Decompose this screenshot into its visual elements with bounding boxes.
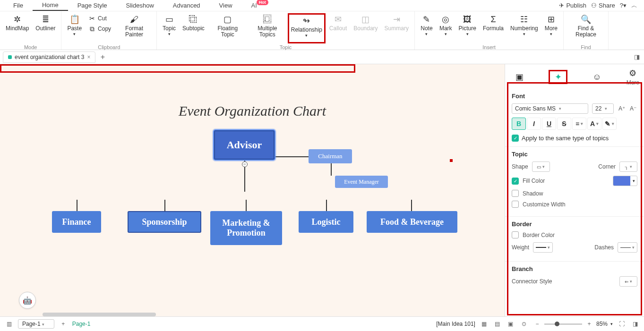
node-food-beverage[interactable]: Food & Beverage xyxy=(367,211,457,233)
outline-view-icon[interactable]: ▥ xyxy=(5,320,13,328)
ai-hot-badge: Hot xyxy=(257,0,268,5)
share-button[interactable]: ⚇Share xyxy=(591,2,615,9)
layout-panel-icon[interactable]: ◨ xyxy=(631,320,639,328)
connector-style-select[interactable]: ⇐ xyxy=(619,276,637,287)
menu-page-style[interactable]: Page Style xyxy=(68,0,117,10)
find-replace-button[interactable]: 🔍Find & Replace xyxy=(567,13,605,43)
menu-ai[interactable]: AIHot xyxy=(242,0,266,10)
fit-icon[interactable]: ⊙ xyxy=(520,320,528,328)
corner-select[interactable]: ┐ xyxy=(619,161,637,172)
numbering-button[interactable]: ☷Numbering▾ xyxy=(507,13,541,43)
relationship-button[interactable]: ↬Relationship▾ xyxy=(288,13,326,43)
outliner-button[interactable]: ≣Outliner xyxy=(33,13,58,43)
multiple-topics-button[interactable]: ⿴Multiple Topics xyxy=(248,13,287,43)
panel-tab-layout[interactable]: ▣ xyxy=(510,70,529,84)
menu-advanced[interactable]: Advanced xyxy=(163,0,210,10)
node-advisor[interactable]: Advisor xyxy=(214,130,275,160)
node-marketing[interactable]: Marketing & Promotion xyxy=(210,211,282,245)
more-link[interactable]: More xyxy=(627,79,639,86)
formula-button[interactable]: ΣFormula xyxy=(480,13,507,43)
apply-same-type-checkbox[interactable]: ✓ xyxy=(512,135,519,142)
menu-slideshow[interactable]: Slideshow xyxy=(117,0,163,10)
publish-button[interactable]: ✈Publish xyxy=(559,2,586,9)
collapse-ribbon[interactable]: ︿ xyxy=(631,1,637,10)
view-mode-1-icon[interactable]: ▦ xyxy=(480,320,489,328)
font-increase-button[interactable]: A⁺ xyxy=(618,104,626,113)
format-painter-button[interactable]: 🖌Format Painter xyxy=(115,13,154,43)
copy-button[interactable]: ⧉Copy xyxy=(86,24,114,34)
current-page-name[interactable]: Page-1 xyxy=(72,321,91,327)
close-tab-icon[interactable]: × xyxy=(87,54,90,60)
weight-select[interactable] xyxy=(533,242,553,253)
floating-topic-button[interactable]: ▢Floating Topic xyxy=(208,13,247,43)
horizontal-scrollbar[interactable] xyxy=(43,313,156,316)
node-sponsorship[interactable]: Sponsorship xyxy=(128,211,201,233)
menu-view[interactable]: View xyxy=(210,0,242,10)
boundary-icon: ◫ xyxy=(361,14,371,25)
zoom-out-button[interactable]: − xyxy=(533,320,541,328)
italic-button[interactable]: I xyxy=(527,118,541,130)
font-decrease-button[interactable]: A⁻ xyxy=(629,104,637,113)
callout-button[interactable]: ✉Callout xyxy=(326,13,350,43)
dashes-select[interactable] xyxy=(618,242,637,253)
emoji-icon: ☺ xyxy=(592,72,601,82)
node-finance[interactable]: Finance xyxy=(52,211,101,233)
font-family-select[interactable]: Comic Sans MS xyxy=(512,103,588,114)
add-page-button[interactable]: + xyxy=(59,320,68,328)
document-tab[interactable]: event organizational chart 3 × xyxy=(3,51,95,63)
page-select[interactable]: Page-1 xyxy=(18,319,54,329)
border-section: Border Border Color Weight Dashes xyxy=(505,217,644,262)
underline-button[interactable]: U xyxy=(542,118,556,130)
more-button[interactable]: ⊞More▾ xyxy=(542,13,560,43)
node-logistic[interactable]: Logistic xyxy=(299,211,353,233)
menu-home[interactable]: Home xyxy=(33,0,68,11)
custom-width-checkbox[interactable] xyxy=(512,201,519,208)
font-color-button[interactable]: A xyxy=(587,118,601,130)
picture-button[interactable]: 🖼Picture▾ xyxy=(456,13,479,43)
assistant-bubble[interactable]: 🤖 xyxy=(19,292,36,309)
connector-line xyxy=(77,200,77,211)
fullscreen-icon[interactable]: ⛶ xyxy=(618,320,626,328)
note-button[interactable]: ✎Note▾ xyxy=(418,13,436,43)
panel-toggle-icon[interactable]: ◨ xyxy=(633,53,641,61)
help-button[interactable]: ?▾ xyxy=(620,2,627,9)
collapse-anchor[interactable]: − xyxy=(242,161,248,167)
zoom-in-button[interactable]: + xyxy=(585,320,593,328)
paste-button[interactable]: 📋Paste▾ xyxy=(64,13,85,43)
strike-button[interactable]: S xyxy=(557,118,571,130)
view-mode-2-icon[interactable]: ▤ xyxy=(493,320,502,328)
panel-tab-emoji[interactable]: ☺ xyxy=(587,70,606,84)
shadow-checkbox[interactable] xyxy=(512,190,519,197)
summary-button[interactable]: ⇥Summary xyxy=(382,13,412,43)
cut-button[interactable]: ✂Cut xyxy=(86,13,114,24)
view-mode-3-icon[interactable]: ▣ xyxy=(507,320,515,328)
boundary-button[interactable]: ◫Boundary xyxy=(351,13,380,43)
mark-button[interactable]: ◎Mark▾ xyxy=(437,13,455,43)
fill-color-label: Fill Color xyxy=(523,178,545,184)
subtopic-button[interactable]: ⿻Subtopic xyxy=(180,13,207,43)
border-color-checkbox[interactable] xyxy=(512,231,519,238)
font-section: Font Comic Sans MS 22 A⁺ A⁻ B I U S ≡ A … xyxy=(505,89,644,147)
topic-button[interactable]: ▭Topic▾ xyxy=(160,13,179,43)
add-tab-button[interactable]: + xyxy=(97,52,108,62)
font-size-select[interactable]: 22 xyxy=(592,103,614,114)
topic-icon: ▭ xyxy=(164,14,174,25)
fill-color-checkbox[interactable]: ✓ xyxy=(512,178,519,185)
border-section-title: Border xyxy=(512,221,637,228)
bold-button[interactable]: B xyxy=(512,118,526,130)
align-button[interactable]: ≡ xyxy=(572,118,586,130)
panel-tab-settings[interactable]: ⚙ xyxy=(629,68,636,78)
highlight-button[interactable]: ✎ xyxy=(602,118,617,130)
menu-file[interactable]: File xyxy=(4,0,33,10)
zoom-slider[interactable] xyxy=(544,323,582,325)
shape-select[interactable]: ▭ xyxy=(532,161,550,172)
node-event-manager[interactable]: Event Manager xyxy=(335,176,388,188)
mindmap-button[interactable]: ✲MindMap xyxy=(3,13,32,43)
panel-tab-style[interactable]: ✦ xyxy=(549,70,567,84)
node-chairman[interactable]: Chairman xyxy=(309,149,352,163)
canvas[interactable]: Event Organization Chart Advisor − Chair… xyxy=(0,64,505,316)
fill-color-swatch[interactable]: ▾ xyxy=(613,176,637,186)
ribbon-group-find: 🔍Find & Replace Find xyxy=(564,11,609,50)
copy-icon: ⧉ xyxy=(88,25,96,33)
shadow-label: Shadow xyxy=(523,190,543,197)
